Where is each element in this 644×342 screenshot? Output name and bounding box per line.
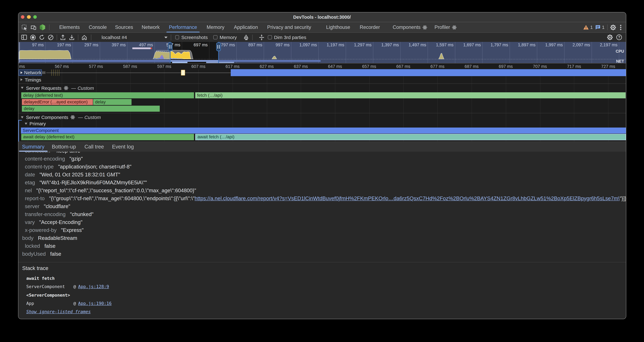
frame-name: await fetch	[26, 275, 55, 281]
load-profile-button[interactable]	[58, 33, 67, 41]
summary-row-bodyUsed: bodyUsedfalse	[22, 250, 61, 258]
details-tab-summary[interactable]: Summary	[18, 142, 48, 152]
record-button[interactable]	[28, 33, 37, 41]
overview-tick-label: 397 ms	[112, 43, 126, 47]
messages-badge[interactable]: 1	[595, 25, 604, 30]
network-overview-bar[interactable]	[230, 69, 626, 76]
devtools-tabbar: ElementsConsoleSourcesNetworkPerformance…	[18, 22, 626, 32]
ruler-label: 657 ms	[362, 64, 376, 69]
device-button[interactable]	[30, 24, 36, 30]
track-network[interactable]: Network	[18, 69, 626, 76]
ruler-label: 587 ms	[123, 64, 137, 69]
screenshots-checkbox[interactable]: Screenshots	[175, 35, 208, 40]
track-group-server-requests[interactable]: Server Requests— Custom	[18, 84, 626, 92]
summary-pane: connection"keep-alive"content-encoding"g…	[18, 152, 626, 262]
checkbox-label: Dim 3rd parties	[274, 35, 306, 40]
summary-key: etag	[25, 180, 35, 185]
react-atom-icon	[422, 25, 427, 30]
timeline-entry[interactable]: fetch (…/api)	[195, 92, 626, 98]
overview-tick-label: 1,397 ms	[381, 43, 399, 47]
tab-memory[interactable]: Memory	[202, 22, 229, 32]
frame-source-link[interactable]: App.js:190:16	[78, 301, 112, 306]
show-ignore-listed-frames-link[interactable]: Show ignore-listed frames	[26, 309, 91, 314]
tab-application[interactable]: Application	[230, 22, 262, 32]
settings-button[interactable]	[610, 24, 616, 30]
home-icon	[81, 35, 87, 40]
checkbox-box[interactable]	[268, 35, 272, 39]
history-selected-option[interactable]: localhost #4	[102, 35, 127, 40]
tab-profiler[interactable]: Profiler	[430, 22, 461, 32]
tab-label: Sources	[115, 25, 133, 30]
timeline-entry[interactable]: delay	[22, 106, 160, 112]
details-tab-bottom-up[interactable]: Bottom-up	[48, 142, 80, 152]
menu-kebab-button[interactable]	[618, 24, 622, 30]
tab-performance[interactable]: Performance	[165, 22, 201, 32]
save-profile-button[interactable]	[67, 33, 76, 41]
expand-network-icon[interactable]	[20, 71, 23, 74]
timeline-entry[interactable]: await delay (deferred text)	[21, 134, 194, 140]
warnings-badge[interactable]: 1	[583, 25, 593, 30]
history-dropdown-caret[interactable]	[164, 36, 168, 38]
overview-tick-label: 1,597 ms	[436, 43, 453, 47]
overview-tick-label: 2,097 ms	[572, 43, 590, 47]
tab-label: Console	[89, 25, 107, 30]
collect-garbage-button[interactable]	[242, 33, 250, 41]
timeline-overview[interactable]: 97 ms197 ms297 ms397 ms497 ms597 ms697 m…	[18, 42, 626, 64]
show-sidebar-button[interactable]	[20, 33, 28, 41]
expand-timings-icon[interactable]	[20, 78, 23, 81]
tab-label: Profiler	[434, 25, 450, 30]
tab-sources[interactable]: Sources	[111, 22, 138, 32]
summary-value: "Wed, 01 Oct 2025 18:32:01 GMT"	[40, 172, 120, 177]
performance-toolbar: localhost #4ScreenshotsMemoryDim 3rd par…	[18, 32, 626, 42]
home-button[interactable]	[80, 33, 88, 41]
timeline-entry[interactable]: ServerComponent	[21, 127, 626, 134]
summary-key: date	[25, 172, 35, 177]
reload-and-record-button[interactable]	[37, 33, 46, 41]
ruler-label: 577 ms	[89, 64, 103, 69]
collapse-primary-icon[interactable]	[24, 123, 27, 125]
tab-label: Memory	[207, 25, 224, 30]
timeline-entry[interactable]: delay (deferred text)	[21, 92, 194, 98]
report-endpoint-link[interactable]: https://a.nel.cloudflare.com/report/v4?s…	[194, 195, 620, 201]
details-tab-event-log[interactable]: Event log	[108, 142, 138, 152]
checkbox-box[interactable]	[175, 35, 179, 39]
tab-recorder[interactable]: Recorder	[356, 22, 384, 32]
timeline-entry[interactable]: delayedError (…ayed exception)	[22, 99, 93, 105]
tab-console[interactable]: Console	[84, 22, 111, 32]
collapse-group-icon[interactable]	[21, 87, 24, 89]
dim-3rd-parties-checkbox[interactable]: Dim 3rd parties	[268, 35, 306, 40]
timeline-entry[interactable]: await fetch (…/api)	[195, 134, 626, 140]
stack-frame: <ServerComponent>	[18, 292, 626, 298]
details-tab-call-tree[interactable]: Call tree	[80, 142, 108, 152]
tab-components[interactable]: Components	[388, 22, 432, 32]
clear-button[interactable]	[46, 33, 55, 41]
memory-checkbox[interactable]: Memory	[214, 35, 237, 40]
summary-value: "keep-alive"	[55, 152, 82, 154]
ruler-label: 567 ms	[55, 64, 69, 69]
gc-icon	[243, 35, 249, 40]
track-timings[interactable]: Timings	[18, 76, 626, 83]
frame-source-link[interactable]: App.js:128:9	[78, 284, 109, 289]
summary-row-report-to: report-to"{\"group\":\"cf-nel\",\"max_ag…	[25, 194, 626, 202]
summary-key: x-powered-by	[25, 227, 56, 233]
inspect-button[interactable]	[22, 24, 28, 30]
tab-elements[interactable]: Elements	[55, 22, 84, 32]
details-tabbar: SummaryBottom-upCall treeEvent log	[18, 141, 626, 152]
summary-row-locked: lockedfalse	[25, 242, 56, 250]
checkbox-box[interactable]	[214, 35, 218, 39]
help-button[interactable]: ?	[616, 34, 622, 40]
network-request-chip[interactable]	[181, 70, 185, 75]
capture-settings-button[interactable]	[607, 34, 613, 40]
tab-network[interactable]: Network	[138, 22, 164, 32]
network-resize-grip[interactable]	[42, 71, 46, 74]
summary-row-content-encoding: content-encoding"gzip"	[25, 155, 83, 163]
overview-network-request-bar	[132, 48, 152, 49]
tab-privacy-and-security[interactable]: Privacy and security	[263, 22, 315, 32]
collapse-group-icon[interactable]	[21, 116, 24, 118]
message-icon	[595, 25, 601, 30]
tab-lighthouse[interactable]: Lighthouse	[322, 22, 354, 32]
collapse-tracks-button[interactable]	[257, 33, 266, 41]
timeline-entry[interactable]: delay	[93, 99, 132, 105]
track-network-label[interactable]: Network	[19, 69, 42, 76]
subtrack-primary[interactable]: Primary	[18, 120, 626, 127]
